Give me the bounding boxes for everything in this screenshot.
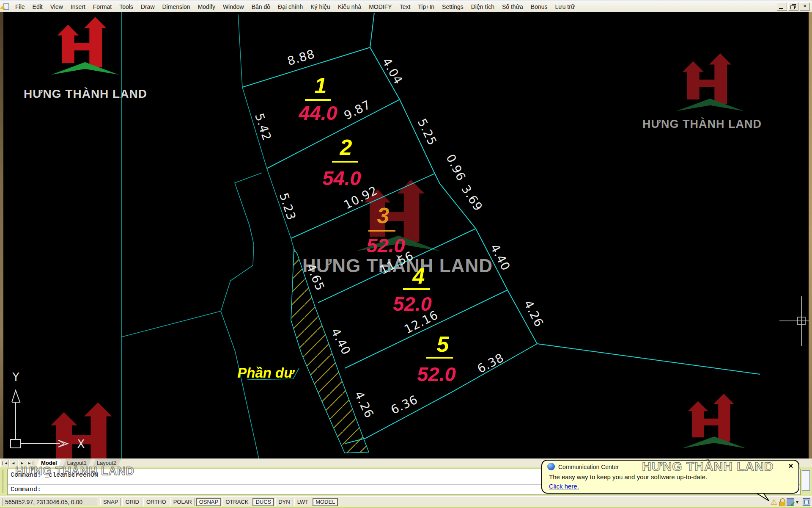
toggle-lwt[interactable]: LWT bbox=[294, 498, 311, 506]
update-warning-icon[interactable]: ⚠ bbox=[771, 498, 777, 506]
parcel-underline bbox=[305, 99, 331, 101]
menu-so-thua[interactable]: Số thửa bbox=[498, 3, 527, 11]
menu-settings[interactable]: Settings bbox=[438, 3, 467, 11]
brand-logo-top-left bbox=[49, 11, 121, 79]
brand-logo-bottom-right bbox=[680, 389, 749, 451]
toggle-ducs[interactable]: DUCS bbox=[252, 498, 274, 506]
remainder-label: Phần dư bbox=[237, 365, 294, 381]
parcel-number: 2 bbox=[340, 135, 352, 160]
menu-file[interactable]: File bbox=[11, 3, 29, 11]
menu-tip-in[interactable]: Tip+In bbox=[414, 3, 438, 11]
parcel-area: 52.0 bbox=[366, 234, 405, 257]
menu-text[interactable]: Text bbox=[396, 3, 414, 11]
balloon-click-here-link[interactable]: Click here. bbox=[549, 483, 579, 490]
toggle-otrack[interactable]: OTRACK bbox=[222, 498, 251, 506]
menu-bar: File Edit View Insert Format Tools Draw … bbox=[0, 0, 812, 12]
menu-bonus[interactable]: Bonus bbox=[527, 3, 551, 11]
toggle-polar[interactable]: POLAR bbox=[170, 498, 195, 506]
menu-edit[interactable]: Edit bbox=[29, 3, 47, 11]
parcel-area: 52.0 bbox=[393, 292, 431, 315]
menu-dien-tich[interactable]: Diện tích bbox=[467, 3, 498, 11]
communication-center-icon bbox=[547, 463, 555, 470]
menu-format[interactable]: Format bbox=[89, 3, 115, 11]
balloon-title: Communication Center bbox=[558, 464, 619, 470]
clean-screen-button[interactable] bbox=[803, 498, 810, 506]
brand-text-bottom-left: HƯNG THÀNH LAND bbox=[15, 465, 134, 478]
close-button[interactable]: ✕ bbox=[800, 3, 810, 11]
parcel-underline bbox=[426, 357, 453, 359]
menu-draw[interactable]: Draw bbox=[137, 3, 159, 11]
brand-logo-top-right bbox=[674, 47, 746, 115]
parcel-number: 3 bbox=[377, 203, 390, 228]
menu-tools[interactable]: Tools bbox=[115, 3, 137, 11]
command-scrollbar[interactable] bbox=[802, 470, 810, 491]
menu-view[interactable]: View bbox=[47, 3, 67, 11]
menu-dimension[interactable]: Dimension bbox=[159, 3, 194, 11]
menu-dai-chinh[interactable]: Đại chính bbox=[274, 3, 307, 11]
desktop-edge-right bbox=[809, 11, 812, 458]
parcel-underline bbox=[332, 161, 358, 163]
toggle-model[interactable]: MODEL bbox=[313, 498, 338, 506]
parcel-underline bbox=[368, 230, 395, 232]
parcel-number: 4 bbox=[413, 263, 425, 289]
parcel-number: 5 bbox=[437, 331, 449, 357]
tab-first-icon[interactable]: ❘◄ bbox=[0, 460, 8, 467]
toggle-grid[interactable]: GRID bbox=[122, 498, 142, 506]
parcel-number: 1 bbox=[315, 73, 327, 98]
status-tray: ⚠ ✔ ▾ bbox=[771, 497, 810, 507]
ucs-y-label: Y bbox=[13, 371, 20, 384]
parcel-area: 44.0 bbox=[299, 101, 337, 124]
menu-ban-do[interactable]: Bản đồ bbox=[248, 3, 274, 11]
parcel-area: 52.0 bbox=[417, 362, 455, 386]
ucs-x-label: X bbox=[77, 438, 85, 450]
menu-kieu-nha[interactable]: Kiểu nhà bbox=[334, 3, 365, 11]
toggle-osnap[interactable]: OSNAP bbox=[196, 498, 222, 506]
services-check-icon[interactable]: ✔ bbox=[787, 498, 794, 506]
parcel-underline bbox=[403, 288, 430, 290]
tray-expand-arrow-icon[interactable]: ▾ bbox=[796, 499, 798, 505]
menu-ky-hieu[interactable]: Ký hiệu bbox=[307, 3, 334, 11]
coordinate-readout: 565852.97, 2313046.05, 0.00 bbox=[3, 498, 97, 506]
balloon-message: The easy way to keep you and your softwa… bbox=[549, 473, 707, 480]
app-icon[interactable] bbox=[1, 3, 10, 11]
brand-text-bottom-right: HƯNG THÀNH LAND bbox=[642, 459, 774, 474]
restore-button[interactable] bbox=[788, 3, 798, 11]
status-bar: 565852.97, 2313046.05, 0.00 SNAP GRID OR… bbox=[0, 496, 812, 508]
menu-luu-tru[interactable]: Lưu trữ bbox=[551, 3, 579, 11]
menu-insert[interactable]: Insert bbox=[67, 3, 89, 11]
command-prompt-line: Command: bbox=[11, 486, 41, 493]
toggle-snap[interactable]: SNAP bbox=[100, 498, 121, 506]
brand-text-top-left: HƯNG THÀNH LAND bbox=[24, 87, 147, 101]
menu-window[interactable]: Window bbox=[219, 3, 248, 11]
toggle-ortho[interactable]: ORTHO bbox=[143, 498, 169, 506]
minimize-button[interactable] bbox=[777, 3, 787, 11]
minimize-icon bbox=[779, 8, 783, 9]
balloon-close-icon[interactable]: ✕ bbox=[788, 462, 793, 470]
parcel-area: 54.0 bbox=[322, 166, 361, 190]
desktop-edge-left bbox=[0, 11, 3, 508]
toggle-dyn[interactable]: DYN bbox=[275, 498, 293, 506]
brand-text-top-right: HƯNG THÀNH LAND bbox=[642, 118, 762, 131]
menu-modify[interactable]: Modify bbox=[194, 3, 219, 11]
menu-modify2[interactable]: MODIFY bbox=[365, 3, 395, 11]
lock-icon[interactable] bbox=[779, 498, 785, 506]
